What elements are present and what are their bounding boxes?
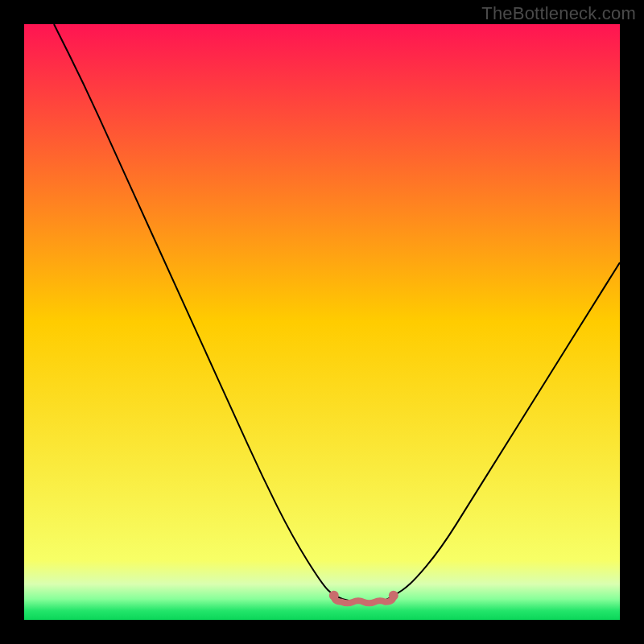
trough-dot-left — [329, 591, 339, 601]
trough-dot-right — [389, 591, 398, 601]
trough-highlight — [334, 596, 394, 604]
chart-frame: TheBottleneck.com — [0, 0, 644, 644]
curve-path — [54, 24, 620, 602]
plot-area — [24, 24, 620, 620]
watermark-text: TheBottleneck.com — [481, 3, 636, 24]
bottleneck-curve — [24, 24, 620, 620]
